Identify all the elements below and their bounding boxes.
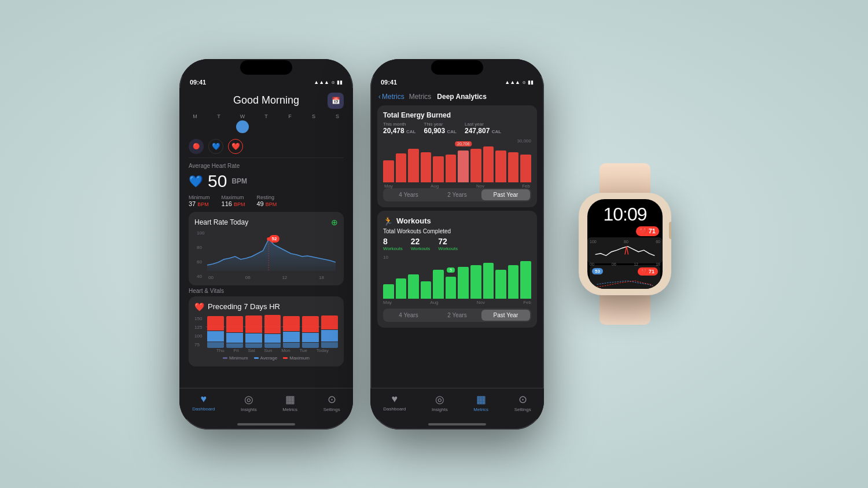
nav-settings[interactable]: ⊙ Settings xyxy=(323,393,340,412)
phone-2-nav: ♥ Dashboard ◎ Insights ▦ Metrics ⊙ Setti… xyxy=(370,388,544,419)
energy-tooltip: 20,706 xyxy=(455,141,472,146)
preceding-chart-container: 150 125 100 75 xyxy=(194,316,338,353)
watch-heart-icon-2: ❤️ xyxy=(641,269,648,274)
legend-maximum: Maximum xyxy=(283,355,310,361)
w-bar-11 xyxy=(508,265,519,299)
p2-nav-bar: ‹ Metrics Metrics Deep Analytics xyxy=(370,88,544,105)
workouts-time-range: 4 Years 2 Years Past Year xyxy=(383,309,531,322)
nav-metrics[interactable]: ▦ Metrics xyxy=(282,393,297,412)
energy-tab-pastyear[interactable]: Past Year xyxy=(481,189,530,200)
signal-icon: ▲▲▲ xyxy=(314,79,329,85)
nav2-metrics[interactable]: ▦ Metrics xyxy=(473,393,488,412)
e-bar-8 xyxy=(470,149,481,182)
chevron-left-icon: ‹ xyxy=(378,93,381,101)
watch-line-chart-2 xyxy=(592,277,658,289)
tab-deep-analytics[interactable]: Deep Analytics xyxy=(437,93,487,101)
heart-vitals-section: Heart & Vitals ❤️ Preceding 7 Days HR 15… xyxy=(179,288,353,368)
settings-icon: ⊙ xyxy=(328,393,336,406)
back-label: Metrics xyxy=(382,93,404,101)
workouts-subtitle: Total Workouts Completed xyxy=(383,228,531,234)
legend-avg-dot xyxy=(254,357,259,359)
nav-insights[interactable]: ◎ Insights xyxy=(241,393,257,412)
w-bar-3 xyxy=(408,274,419,299)
w-bar-8 xyxy=(470,265,481,299)
energy-time-range: 4 Years 2 Years Past Year xyxy=(383,188,531,201)
wifi-icon: ⌾ xyxy=(332,79,334,85)
watch-value-1: 53 xyxy=(592,268,603,274)
home-indicator-1 xyxy=(179,419,353,430)
week-day-sat: S xyxy=(307,113,320,133)
preceding-card: ❤️ Preceding 7 Days HR 150 125 100 75 xyxy=(189,296,344,366)
wifi-icon-2: ⌾ xyxy=(523,79,525,85)
w-bar-12 xyxy=(520,261,531,299)
dynamic-island-area-2 xyxy=(370,59,544,76)
heart-red-badge: ❤️ xyxy=(228,139,243,154)
nav2-metrics-label: Metrics xyxy=(473,407,488,412)
energy-month-label: This month xyxy=(383,122,416,127)
heart-vitals-label: Heart & Vitals xyxy=(189,288,344,294)
workouts-header: 🏃 Workouts xyxy=(383,217,531,226)
hr-rest-label: Resting xyxy=(256,195,277,200)
workouts-icon: 🏃 xyxy=(383,217,393,226)
watch-chart-1: 100 80 60 00 06 12 18 xyxy=(587,237,663,263)
e-bar-7: 20,706 xyxy=(458,151,469,182)
back-button[interactable]: ‹ Metrics xyxy=(378,93,404,101)
heart-red-icon: ❤️ xyxy=(194,302,204,311)
workouts-tab-4y[interactable]: 4 Years xyxy=(384,310,433,321)
dashboard-icon: ♥ xyxy=(201,393,207,405)
energy-title: Total Energy Burned xyxy=(383,111,531,119)
nav2-settings[interactable]: ⊙ Settings xyxy=(514,393,531,412)
energy-stats: This month 20,478 CAL This year 60,903 C… xyxy=(383,122,531,135)
energy-card: Total Energy Burned This month 20,478 CA… xyxy=(377,105,537,207)
insights-icon-2: ◎ xyxy=(435,393,444,406)
e-bar-4 xyxy=(421,152,432,182)
energy-x-labels: May Aug Nov Feb xyxy=(383,184,531,189)
hr-max-label: Maximum xyxy=(222,195,245,200)
energy-tab-4y[interactable]: 4 Years xyxy=(384,189,433,200)
chart-y-labels: 100 80 60 40 xyxy=(197,230,204,280)
watch-crown xyxy=(669,222,671,239)
energy-stat-month: This month 20,478 CAL xyxy=(383,122,416,135)
activity-ring-1: 🔴 xyxy=(189,139,204,154)
status-time-2: 09:41 xyxy=(381,79,397,86)
watch-body: 10:09 ❤️ 71 100 80 60 xyxy=(579,193,671,295)
watch-band-top xyxy=(599,163,650,193)
preceding-y-labels: 150 125 100 75 xyxy=(194,316,202,348)
nav2-dashboard[interactable]: ♥ Dashboard xyxy=(383,393,406,412)
energy-year-value: 60,903 CAL xyxy=(424,127,457,135)
nav-dashboard[interactable]: ♥ Dashboard xyxy=(192,393,215,412)
week-day-wed[interactable]: W xyxy=(236,113,249,133)
energy-bars: 20,706 xyxy=(383,145,531,182)
watch-container: 10:09 ❤️ 71 100 80 60 xyxy=(561,163,689,325)
preceding-title-row: ❤️ Preceding 7 Days HR xyxy=(194,302,338,311)
p2-tabs: Metrics Deep Analytics xyxy=(409,93,536,101)
dashboard-icon-2: ♥ xyxy=(392,393,398,405)
workouts-chart-container: 10 5 xyxy=(383,255,531,305)
watch-band-bottom xyxy=(599,295,650,325)
tab-metrics[interactable]: Metrics xyxy=(409,93,432,101)
w-bar-1 xyxy=(383,284,394,299)
workout-stat-lastyear: 72 Workouts xyxy=(438,237,458,251)
status-time-1: 09:41 xyxy=(190,79,206,86)
energy-tab-2y[interactable]: 2 Years xyxy=(433,189,481,200)
watch-hr-value: 71 xyxy=(649,228,656,234)
e-bar-11 xyxy=(508,152,519,182)
home-bar-1 xyxy=(237,423,295,425)
hr-stat-min: Minimum 37 BPM xyxy=(189,195,210,207)
calendar-button[interactable]: 📅 xyxy=(328,93,344,109)
week-day-sun: S xyxy=(331,113,344,133)
nav2-insights[interactable]: ◎ Insights xyxy=(432,393,448,412)
hr-stat-max: Maximum 116 BPM xyxy=(222,195,245,207)
w-bar-5 xyxy=(433,270,444,299)
signal-icon-2: ▲▲▲ xyxy=(505,79,520,85)
energy-lastyear-value: 247,807 CAL xyxy=(465,127,501,135)
nav2-settings-label: Settings xyxy=(514,407,531,412)
workouts-tab-pastyear[interactable]: Past Year xyxy=(481,310,530,321)
avg-hr-section: Average Heart Rate 💙 50 BPM xyxy=(179,158,353,193)
nav2-dashboard-label: Dashboard xyxy=(383,406,406,412)
preceding-bars-area: Thu Fri Sat Sun Mon Tue Today xyxy=(207,316,338,353)
workouts-tab-2y[interactable]: 2 Years xyxy=(433,310,481,321)
week-row: M T W T F xyxy=(179,111,353,135)
insights-icon: ◎ xyxy=(244,393,253,406)
heart-icon-badge: 💙 xyxy=(208,139,223,154)
